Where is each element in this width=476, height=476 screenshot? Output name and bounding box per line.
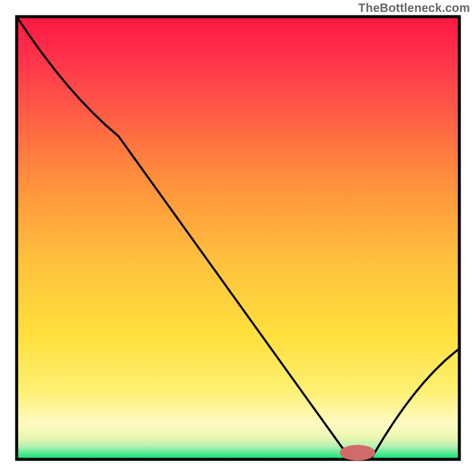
gradient-bg (17, 17, 459, 459)
plot-area (17, 17, 459, 461)
watermark: TheBottleneck.com (358, 1, 470, 15)
chart-canvas (0, 0, 476, 476)
optimal-marker (340, 445, 375, 461)
